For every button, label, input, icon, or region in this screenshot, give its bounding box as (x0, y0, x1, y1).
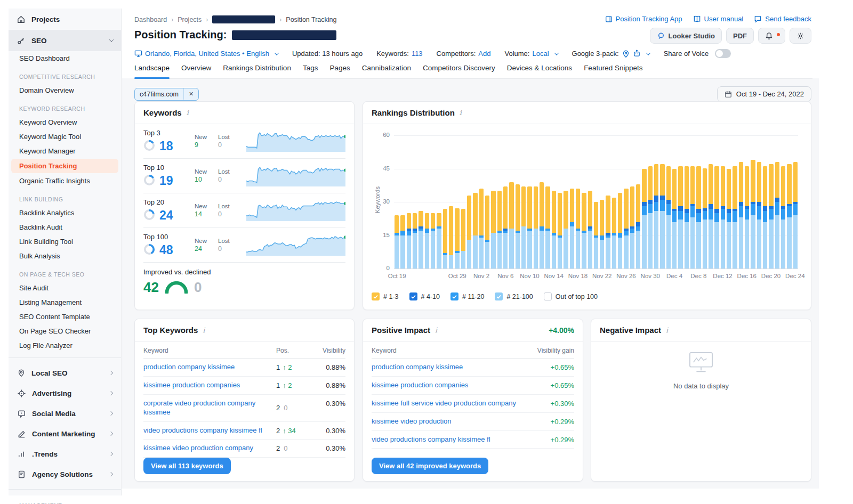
legend-item-21-100[interactable]: # 21-100 (495, 292, 533, 300)
chart-bar[interactable] (485, 196, 489, 269)
info-icon[interactable]: i (203, 326, 205, 334)
chart-bar[interactable] (449, 206, 453, 269)
chart-bar[interactable] (618, 193, 622, 269)
chart-bar[interactable] (709, 164, 713, 269)
chart-bar[interactable] (479, 189, 484, 269)
chart-bar[interactable] (727, 169, 731, 269)
keyword-link[interactable]: production company kissimee (372, 363, 537, 372)
chart-bar[interactable] (624, 189, 628, 269)
chart-bar[interactable] (509, 182, 513, 269)
chart-bar[interactable] (787, 164, 791, 269)
sidebar-item-organic-traffic-insights[interactable]: Organic Traffic Insights (9, 174, 121, 188)
legend-checkbox[interactable] (409, 292, 417, 300)
chart-bar[interactable] (521, 186, 526, 269)
chart-bar[interactable] (636, 184, 640, 269)
legend-item-11-20[interactable]: # 11-20 (450, 292, 484, 300)
chart-bar[interactable] (721, 166, 725, 269)
date-range-button[interactable]: Oct 19 - Dec 24, 2022 (717, 86, 811, 102)
sidebar-item-trends[interactable]: .Trends (9, 444, 121, 464)
user-manual-link[interactable]: User manual (693, 15, 744, 23)
bucket-count-link[interactable]: 24 (159, 208, 173, 223)
keyword-link[interactable]: kissimee full service video production c… (372, 399, 537, 408)
view-improved-keywords-button[interactable]: View all 42 improved keywords (372, 458, 488, 474)
chart-bar[interactable] (666, 166, 671, 269)
chart-bar[interactable] (437, 213, 441, 269)
chart-bar[interactable] (654, 164, 658, 269)
chart-bar[interactable] (690, 166, 695, 269)
chart-bar[interactable] (775, 162, 779, 269)
sidebar-item-keyword-overview[interactable]: Keyword Overview (9, 115, 121, 129)
chart-bar[interactable] (491, 191, 495, 269)
sidebar-item-listing-management[interactable]: Listing Management (9, 295, 121, 310)
chart-bar[interactable] (576, 189, 580, 269)
chart-bar[interactable] (473, 193, 477, 269)
chart-bar[interactable] (714, 166, 719, 269)
tab-rankings-distribution[interactable]: Rankings Distribution (223, 64, 291, 78)
sidebar-item-backlink-analytics[interactable]: Backlink Analytics (9, 206, 121, 220)
chart-bar[interactable] (642, 169, 646, 269)
info-icon[interactable]: i (435, 326, 437, 334)
chart-bar[interactable] (685, 166, 689, 269)
pdf-export-button[interactable]: PDF (726, 28, 754, 44)
info-icon[interactable]: i (187, 109, 189, 117)
chart-bar[interactable] (630, 186, 634, 269)
legend-checkbox[interactable] (495, 292, 503, 300)
breadcrumb-item-dashboard[interactable]: Dashboard (134, 16, 167, 23)
breadcrumb-item-projects[interactable]: Projects (178, 16, 202, 23)
sidebar-item-site-audit[interactable]: Site Audit (9, 281, 121, 295)
legend-item-1-3[interactable]: # 1-3 (372, 292, 399, 300)
chart-bar[interactable] (534, 186, 538, 269)
chart-bar[interactable] (545, 186, 550, 269)
keyword-link[interactable]: kissimee production companies (143, 381, 276, 390)
chart-bar[interactable] (503, 186, 508, 269)
chart-bar[interactable] (588, 191, 592, 269)
chart-bar[interactable] (582, 193, 586, 269)
keyword-link[interactable]: kissimee production companies (372, 381, 537, 390)
location-language-selector[interactable]: Orlando, Florida, United States • Englis… (134, 50, 278, 58)
chart-bar[interactable] (558, 193, 562, 269)
sidebar-item-seo-content-template[interactable]: SEO Content Template (9, 310, 121, 324)
keyword-link[interactable]: kissimee video production (372, 417, 537, 426)
position-tracking-app-link[interactable]: Position Tracking App (605, 15, 682, 23)
sidebar-item-advertising[interactable]: Advertising (9, 383, 121, 403)
sidebar-item-local-seo[interactable]: Local SEO (9, 363, 121, 383)
legend-checkbox[interactable] (450, 292, 458, 300)
bucket-count-link[interactable]: 19 (159, 174, 173, 188)
chart-bar[interactable] (769, 164, 773, 269)
bucket-count-link[interactable]: 48 (159, 243, 173, 257)
chart-bar[interactable] (703, 168, 707, 269)
chart-bar[interactable] (407, 213, 411, 269)
tab-competitors-discovery[interactable]: Competitors Discovery (423, 64, 495, 78)
sidebar-item-log-file-analyzer[interactable]: Log File Analyzer (9, 338, 121, 353)
chart-bar[interactable] (745, 166, 749, 269)
settings-button[interactable] (790, 28, 811, 44)
view-all-keywords-button[interactable]: View all 113 keywords (143, 458, 231, 474)
chart-bar[interactable] (564, 191, 568, 269)
chart-bar[interactable] (678, 166, 682, 269)
chart-bar[interactable] (612, 198, 616, 269)
sidebar-item-domain-overview[interactable]: Domain Overview (9, 83, 121, 97)
tab-tags[interactable]: Tags (303, 64, 318, 78)
chart-bar[interactable] (739, 162, 743, 269)
chart-bar[interactable] (606, 196, 610, 269)
sidebar-item-position-tracking[interactable]: Position Tracking (11, 159, 118, 173)
sidebar-item-content-marketing[interactable]: Content Marketing (9, 424, 121, 444)
sidebar-item-link-building-tool[interactable]: Link Building Tool (9, 234, 121, 249)
keywords-count-link[interactable]: 113 (412, 50, 423, 58)
chart-bar[interactable] (540, 182, 544, 269)
chart-bar[interactable] (696, 166, 701, 269)
chart-bar[interactable] (400, 215, 405, 269)
sidebar-item-on-page-seo-checker[interactable]: On Page SEO Checker (9, 324, 121, 338)
chart-bar[interactable] (467, 196, 471, 269)
chart-bar[interactable] (413, 213, 417, 269)
chart-bar[interactable] (648, 166, 653, 269)
chart-bar[interactable] (570, 189, 574, 269)
chart-bar[interactable] (443, 209, 447, 269)
sidebar-item-seo-dashboard[interactable]: SEO Dashboard (9, 51, 121, 66)
send-feedback-link[interactable]: Send feedback (754, 15, 811, 23)
sidebar-item-keyword-magic-tool[interactable]: Keyword Magic Tool (9, 129, 121, 144)
sidebar-item-keyword-manager[interactable]: Keyword Manager (9, 144, 121, 158)
legend-checkbox[interactable] (372, 292, 380, 300)
close-icon[interactable]: ✕ (183, 88, 198, 100)
sidebar-item-bulk-analysis[interactable]: Bulk Analysis (9, 249, 121, 263)
